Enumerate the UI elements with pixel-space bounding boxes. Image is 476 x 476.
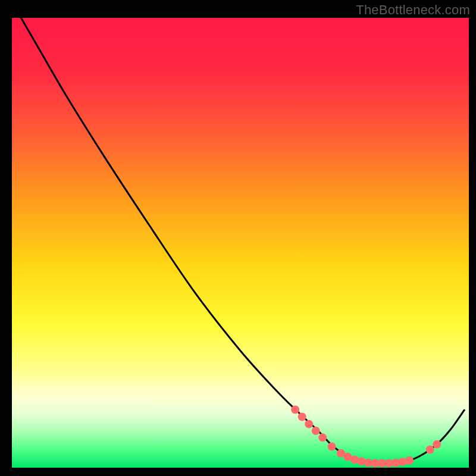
chart-svg (0, 0, 476, 476)
watermark-text: TheBottleneck.com (356, 2, 470, 18)
chart-marker (405, 456, 414, 465)
chart-marker (291, 405, 299, 414)
chart-marker (328, 442, 336, 450)
chart-marker (426, 446, 434, 454)
chart-marker (433, 440, 441, 449)
chart-marker (305, 420, 313, 428)
chart-stage: TheBottleneck.com (0, 0, 476, 476)
plot-background (12, 18, 469, 468)
chart-marker (318, 433, 327, 441)
chart-marker (298, 413, 306, 421)
chart-marker (312, 427, 320, 435)
